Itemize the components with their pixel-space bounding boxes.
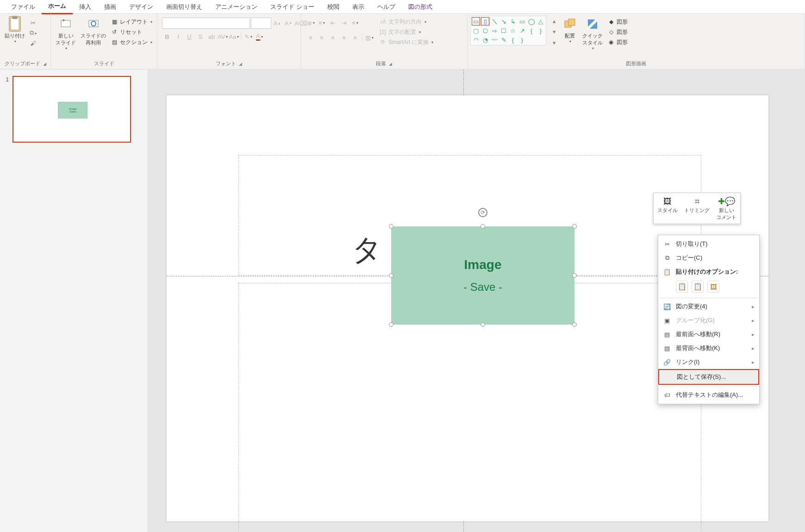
layout-button[interactable]: ▦レイアウト▾ <box>109 17 154 27</box>
gallery-down[interactable]: ▾ <box>549 27 559 37</box>
shape-line[interactable]: ＼ <box>490 17 499 25</box>
shape-brace2[interactable]: } <box>537 26 545 35</box>
char-spacing-button[interactable]: AV▾ <box>218 31 228 42</box>
increase-font-button[interactable]: A▲ <box>272 18 282 28</box>
menu-save-as-picture[interactable]: 図として保存(S)... <box>658 369 759 385</box>
menu-edit-alt-text[interactable]: 🏷代替テキストの編集(A)... <box>658 388 759 402</box>
shadow-button[interactable]: ab <box>206 31 217 42</box>
paste-button[interactable]: 貼り付け ▾ <box>3 16 27 44</box>
font-size-input[interactable] <box>251 18 271 29</box>
font-launcher[interactable]: ◢ <box>239 62 242 66</box>
format-painter-button[interactable]: 🖌 <box>28 38 38 48</box>
tab-help[interactable]: ヘルプ <box>371 0 402 14</box>
shape-arc[interactable]: ◠ <box>472 36 480 44</box>
tab-insert[interactable]: 挿入 <box>73 0 98 14</box>
shape-outline-button[interactable]: ◇図形 <box>605 27 630 37</box>
tab-review[interactable]: 校閲 <box>321 0 346 14</box>
menu-cut[interactable]: ✂切り取り(T) <box>658 237 759 251</box>
change-case-button[interactable]: Aa▾ <box>229 31 239 42</box>
section-button[interactable]: ▤セクション▾ <box>109 37 154 47</box>
shape-connector[interactable]: ↳ <box>509 17 517 25</box>
reset-button[interactable]: ↺リセット <box>109 27 154 37</box>
shape-oval[interactable]: ◯ <box>527 17 536 25</box>
resize-handle-tl[interactable] <box>389 224 393 229</box>
paste-keep-source[interactable]: 📋 <box>676 281 688 293</box>
tab-transitions[interactable]: 画面切り替え <box>160 0 209 14</box>
tab-slideshow[interactable]: スライド ショー <box>264 0 321 14</box>
font-name-input[interactable] <box>162 18 250 29</box>
paste-picture[interactable]: 🖼 <box>707 281 719 293</box>
align-text-button[interactable]: [‡]文字の配置▾ <box>377 27 435 37</box>
reuse-slides-button[interactable]: スライドの 再利用 <box>79 16 108 47</box>
gallery-more[interactable]: ▾ <box>549 38 559 48</box>
mini-crop-button[interactable]: ⌗トリミング <box>682 195 711 222</box>
underline-button[interactable]: U <box>184 31 194 42</box>
rotation-handle[interactable]: ⟳ <box>478 208 487 217</box>
shapes-gallery[interactable]: ▭ ▯ ＼ ↘ ↳ ▭ ◯ △ ▢ ⬡ ⇨ ☐ ☆ ↗ { } ◠ ◔ 〰 ✎ <box>470 16 546 45</box>
strike-button[interactable]: S <box>195 31 206 42</box>
font-color-button[interactable]: A▾ <box>254 31 264 42</box>
shape-star[interactable]: ☆ <box>509 26 517 35</box>
resize-handle-br[interactable] <box>572 322 577 327</box>
indent-button[interactable]: ⇥ <box>339 18 349 28</box>
cut-button[interactable]: ✂ <box>28 18 38 28</box>
arrange-button[interactable]: 配置▾ <box>560 16 580 44</box>
mini-style-button[interactable]: 🖼スタイル <box>655 195 680 222</box>
italic-button[interactable]: I <box>173 31 183 42</box>
tab-home[interactable]: ホーム <box>42 0 73 14</box>
shape-brace4[interactable]: } <box>518 36 526 44</box>
outdent-button[interactable]: ⇤ <box>328 18 338 28</box>
shape-effects-button[interactable]: ◉図形 <box>605 37 630 47</box>
clipboard-launcher[interactable]: ◢ <box>43 62 46 66</box>
paragraph-launcher[interactable]: ◢ <box>389 62 392 66</box>
menu-bring-to-front[interactable]: ▧最前面へ移動(R)▸ <box>658 327 759 341</box>
gallery-up[interactable]: ▴ <box>549 16 559 26</box>
new-slide-button[interactable]: + 新しい スライド▾ <box>54 16 78 51</box>
shape-pie[interactable]: ◔ <box>481 36 489 44</box>
resize-handle-tc[interactable] <box>481 224 485 229</box>
paste-merge[interactable]: 📋 <box>692 281 704 293</box>
justify-button[interactable]: ≡ <box>339 32 349 43</box>
shape-rarrow[interactable]: ⇨ <box>490 26 499 35</box>
resize-handle-bl[interactable] <box>389 322 393 327</box>
shape-roundrect[interactable]: ▢ <box>472 26 480 35</box>
bullets-button[interactable]: ≣▾ <box>306 18 316 28</box>
menu-send-to-back[interactable]: ▨最背面へ移動(K)▸ <box>658 341 759 355</box>
shape-curve[interactable]: 〰 <box>490 36 499 44</box>
tab-design[interactable]: デザイン <box>123 0 160 14</box>
shape-brace1[interactable]: { <box>527 26 536 35</box>
mini-comment-button[interactable]: ✚💬新しい コメント <box>714 195 738 222</box>
shape-free[interactable]: ✎ <box>499 36 508 44</box>
shape-textbox[interactable]: ▭ <box>472 17 480 25</box>
shape-arrow2[interactable]: ↗ <box>518 26 526 35</box>
align-left-button[interactable]: ≡ <box>306 32 316 43</box>
columns-button[interactable]: ▥▾ <box>364 32 374 43</box>
shape-rect[interactable]: ▭ <box>518 17 526 25</box>
shape-hex[interactable]: ⬡ <box>481 26 489 35</box>
convert-smartart-button[interactable]: ⟳SmartArt に変換▾ <box>377 37 435 47</box>
slide-thumbnail-1[interactable]: 1 Image - Save - <box>6 76 142 143</box>
shape-arrowline[interactable]: ↘ <box>499 17 508 25</box>
numbering-button[interactable]: ≡▾ <box>317 18 327 28</box>
quick-styles-button[interactable]: クイック スタイル▾ <box>580 16 605 51</box>
selected-image[interactable]: ⟳ Image - Save - <box>391 226 574 325</box>
tab-file[interactable]: ファイル <box>5 0 42 14</box>
menu-link[interactable]: 🔗リンク(I)▸ <box>658 355 759 369</box>
shape-triangle[interactable]: △ <box>537 17 545 25</box>
shape-fill-button[interactable]: ◆図形 <box>605 17 630 27</box>
resize-handle-bc[interactable] <box>481 322 485 327</box>
tab-picture-format[interactable]: 図の形式 <box>402 0 439 14</box>
shape-callout[interactable]: ☐ <box>499 26 508 35</box>
resize-handle-tr[interactable] <box>572 224 577 229</box>
line-spacing-button[interactable]: ≡▾ <box>350 18 360 28</box>
decrease-font-button[interactable]: A▼ <box>283 18 293 28</box>
slide-editor[interactable]: タ ⟳ Image - Save - 🖼スタイル ⌗トリミング ✚💬新しい コメ… <box>148 69 805 532</box>
copy-button[interactable]: ⧉▾ <box>28 28 38 38</box>
distribute-button[interactable]: ≡ <box>350 32 360 43</box>
align-right-button[interactable]: ≡ <box>328 32 338 43</box>
highlight-button[interactable]: ✎▾ <box>243 31 253 42</box>
resize-handle-mr[interactable] <box>572 273 577 278</box>
shape-brace3[interactable]: { <box>509 36 517 44</box>
tab-draw[interactable]: 描画 <box>98 0 123 14</box>
resize-handle-ml[interactable] <box>389 273 393 278</box>
